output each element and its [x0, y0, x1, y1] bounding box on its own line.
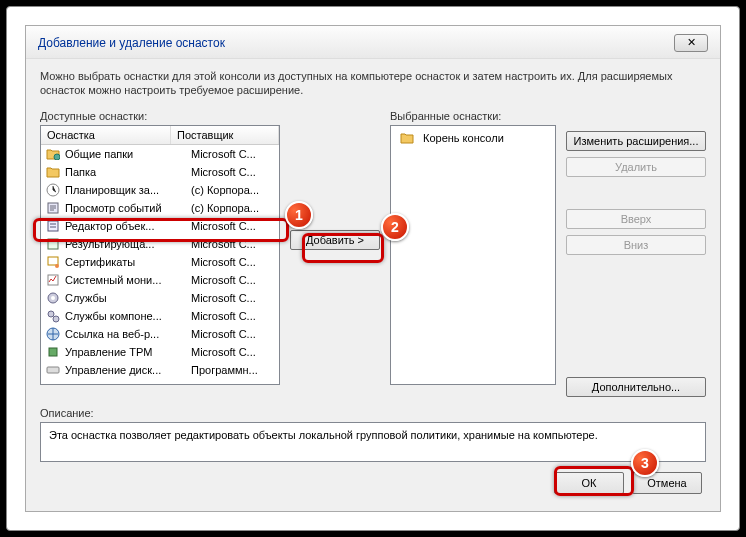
- weblink-icon: [45, 326, 61, 342]
- svg-point-9: [51, 296, 55, 300]
- item-vendor: Microsoft C...: [191, 256, 279, 268]
- selected-label: Выбранные оснастки:: [390, 110, 556, 122]
- item-vendor: Microsoft C...: [191, 148, 279, 160]
- svg-rect-4: [48, 239, 58, 249]
- item-vendor: Microsoft C...: [191, 238, 279, 250]
- intro-text: Можно выбрать оснастки для этой консоли …: [40, 69, 706, 98]
- item-name: Службы компоне...: [65, 310, 191, 322]
- folder-icon: [399, 130, 415, 146]
- list-item[interactable]: Системный мони...Microsoft C...: [41, 271, 279, 289]
- list-item[interactable]: ПапкаMicrosoft C...: [41, 163, 279, 181]
- certificate-icon: [45, 254, 61, 270]
- tpm-icon: [45, 344, 61, 360]
- available-label: Доступные оснастки:: [40, 110, 280, 122]
- advanced-button[interactable]: Дополнительно...: [566, 377, 706, 397]
- remove-button: Удалить: [566, 157, 706, 177]
- tree-root-label: Корень консоли: [423, 132, 504, 144]
- item-name: Результирующа...: [65, 238, 191, 250]
- add-button[interactable]: Добавить >: [290, 230, 380, 250]
- gpo-editor-icon: [45, 218, 61, 234]
- item-vendor: Microsoft C...: [191, 220, 279, 232]
- item-name: Редактор объек...: [65, 220, 191, 232]
- item-vendor: Microsoft C...: [191, 274, 279, 286]
- title-bar: Добавление и удаление оснасток ✕: [26, 26, 720, 59]
- col-vendor[interactable]: Поставщик: [171, 126, 279, 144]
- list-item[interactable]: Ссылка на веб-р...Microsoft C...: [41, 325, 279, 343]
- cancel-button[interactable]: Отмена: [632, 472, 702, 494]
- item-vendor: (c) Корпора...: [191, 184, 279, 196]
- selected-tree[interactable]: Корень консоли: [390, 125, 556, 385]
- edit-extensions-button[interactable]: Изменить расширения...: [566, 131, 706, 151]
- list-item[interactable]: Общие папкиMicrosoft C...: [41, 145, 279, 163]
- item-name: Планировщик за...: [65, 184, 191, 196]
- list-item[interactable]: Редактор объек...Microsoft C...: [41, 217, 279, 235]
- svg-point-0: [54, 154, 60, 160]
- item-name: Общие папки: [65, 148, 191, 160]
- tree-root-item[interactable]: Корень консоли: [395, 130, 551, 146]
- ok-button[interactable]: ОК: [554, 472, 624, 494]
- folder-icon: [45, 164, 61, 180]
- item-name: Ссылка на веб-р...: [65, 328, 191, 340]
- clock-icon: [45, 182, 61, 198]
- description-text: Эта оснастка позволяет редактировать объ…: [49, 429, 598, 441]
- item-vendor: Microsoft C...: [191, 328, 279, 340]
- item-name: Управление диск...: [65, 364, 191, 376]
- item-name: Службы: [65, 292, 191, 304]
- svg-rect-14: [47, 367, 59, 373]
- svg-point-6: [55, 264, 59, 268]
- list-item[interactable]: СертификатыMicrosoft C...: [41, 253, 279, 271]
- list-item[interactable]: Управление TPMMicrosoft C...: [41, 343, 279, 361]
- services-icon: [45, 290, 61, 306]
- item-vendor: Microsoft C...: [191, 292, 279, 304]
- screenshot-frame: Добавление и удаление оснасток ✕ Можно в…: [6, 6, 740, 531]
- svg-rect-5: [48, 257, 58, 265]
- svg-rect-3: [48, 221, 58, 231]
- move-up-button: Вверх: [566, 209, 706, 229]
- list-header[interactable]: Оснастка Поставщик: [41, 126, 279, 145]
- disk-icon: [45, 362, 61, 378]
- dialog-window: Добавление и удаление оснасток ✕ Можно в…: [25, 25, 721, 512]
- dialog-body: Можно выбрать оснастки для этой консоли …: [26, 59, 720, 502]
- col-snapin[interactable]: Оснастка: [41, 126, 171, 144]
- svg-point-11: [53, 316, 59, 322]
- perfmon-icon: [45, 272, 61, 288]
- item-vendor: Microsoft C...: [191, 310, 279, 322]
- folder-share-icon: [45, 146, 61, 162]
- list-item[interactable]: Планировщик за...(c) Корпора...: [41, 181, 279, 199]
- item-name: Просмотр событий: [65, 202, 191, 214]
- item-name: Сертификаты: [65, 256, 191, 268]
- event-log-icon: [45, 200, 61, 216]
- list-item[interactable]: Управление диск...Программн...: [41, 361, 279, 379]
- window-title: Добавление и удаление оснасток: [38, 36, 225, 50]
- item-vendor: Microsoft C...: [191, 166, 279, 178]
- list-item[interactable]: СлужбыMicrosoft C...: [41, 289, 279, 307]
- move-down-button: Вниз: [566, 235, 706, 255]
- item-name: Управление TPM: [65, 346, 191, 358]
- item-name: Папка: [65, 166, 191, 178]
- svg-point-10: [48, 311, 54, 317]
- description-box: Эта оснастка позволяет редактировать объ…: [40, 422, 706, 462]
- component-icon: [45, 308, 61, 324]
- item-name: Системный мони...: [65, 274, 191, 286]
- list-item[interactable]: Службы компоне...Microsoft C...: [41, 307, 279, 325]
- item-vendor: Программн...: [191, 364, 279, 376]
- item-vendor: Microsoft C...: [191, 346, 279, 358]
- item-vendor: (c) Корпора...: [191, 202, 279, 214]
- svg-rect-13: [49, 348, 57, 356]
- list-item[interactable]: Результирующа...Microsoft C...: [41, 235, 279, 253]
- available-listbox[interactable]: Оснастка Поставщик Общие папкиMicrosoft …: [40, 125, 280, 385]
- svg-rect-7: [48, 275, 58, 285]
- list-item[interactable]: Просмотр событий(c) Корпора...: [41, 199, 279, 217]
- close-button[interactable]: ✕: [674, 34, 708, 52]
- description-label: Описание:: [40, 407, 706, 419]
- policy-result-icon: [45, 236, 61, 252]
